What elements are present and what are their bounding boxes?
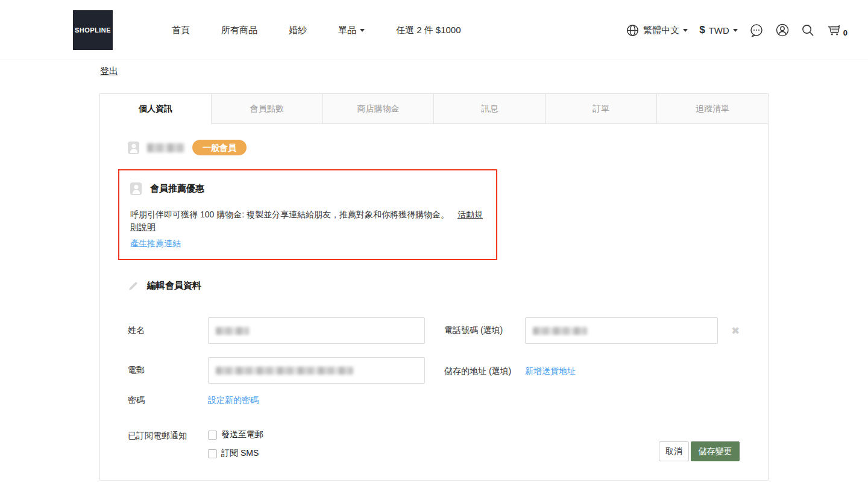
nav-bundle-offer[interactable]: 任選 2 件 $1000: [396, 25, 461, 36]
nav-home[interactable]: 首頁: [172, 25, 190, 36]
globe-icon: [625, 23, 640, 37]
name-label: 姓名: [128, 325, 208, 336]
phone-row: 電話號碼 (選填) ✖: [444, 317, 740, 344]
nav-bundle-offer-label: 任選 2 件 $1000: [396, 25, 461, 36]
member-icon: [128, 142, 139, 154]
cancel-button[interactable]: 取消: [659, 441, 689, 461]
nav-all-products-label: 所有商品: [221, 25, 257, 36]
email-value-redacted: [216, 367, 353, 375]
member-summary-row: 一般會員: [128, 139, 740, 157]
cart-button[interactable]: 0: [827, 23, 848, 37]
phone-label: 電話號碼 (選填): [444, 325, 525, 336]
sms-notify-checkbox[interactable]: [208, 449, 217, 458]
phone-value-redacted: [533, 327, 587, 335]
nav-all-products[interactable]: 所有商品: [221, 25, 257, 36]
member-panel: 個人資訊 會員點數 商店購物金 訊息 訂單 追蹤清單 一般會員 會員推薦優惠: [99, 93, 769, 481]
phone-input[interactable]: [525, 317, 718, 344]
edit-section-title: 編輯會員資料: [147, 280, 201, 291]
name-input[interactable]: [208, 317, 425, 344]
notifications-row: 已訂閱電郵通知 發送至電郵 訂閱 SMS: [128, 429, 263, 467]
form-actions: 取消 儲存變更: [659, 441, 740, 461]
messenger-icon[interactable]: [749, 23, 764, 37]
currency-selector[interactable]: $ TWD: [699, 24, 738, 36]
nav-home-label: 首頁: [172, 25, 190, 36]
referral-description: 呼朋引伴即可獲得 100 購物金: 複製並分享連結給朋友，推薦對象和你將獲得購物…: [130, 208, 485, 234]
logo-text: SHOPLINE: [75, 26, 111, 34]
site-header: SHOPLINE 首頁 所有商品 婚紗 單品 任選 2 件 $1000: [0, 0, 868, 60]
member-page: 登出 個人資訊 會員點數 商店購物金 訊息 訂單 追蹤清單 一般會員 會員推薦優…: [99, 60, 769, 481]
password-label: 密碼: [128, 395, 208, 406]
personal-info-content: 一般會員 會員推薦優惠 呼朋引伴即可獲得 100 購物金: 複製並分享連結給朋友…: [100, 124, 768, 469]
currency-label: TWD: [709, 25, 729, 36]
shopline-logo[interactable]: SHOPLINE: [73, 10, 113, 50]
tab-orders[interactable]: 訂單: [546, 94, 657, 124]
name-value-redacted: [216, 327, 249, 335]
cart-count-badge: 0: [843, 28, 848, 37]
cart-icon: [827, 23, 841, 37]
tab-store-credit[interactable]: 商店購物金: [323, 94, 435, 124]
tab-messages[interactable]: 訊息: [434, 94, 546, 124]
email-notify-checkbox[interactable]: [208, 431, 217, 440]
chevron-down-icon: [360, 29, 365, 32]
nav-wedding-dress-label: 婚紗: [289, 25, 307, 36]
referral-offer-box: 會員推薦優惠 呼朋引伴即可獲得 100 購物金: 複製並分享連結給朋友，推薦對象…: [118, 169, 497, 260]
account-icon[interactable]: [775, 23, 790, 37]
email-notify-label: 發送至電郵: [221, 429, 263, 440]
address-label: 儲存的地址 (選填): [444, 366, 525, 377]
pencil-icon: [128, 281, 139, 291]
member-form: 姓名 電話號碼 (選填) ✖ 電郵: [128, 306, 740, 469]
nav-single-item-label: 單品: [338, 25, 356, 36]
member-tabs: 個人資訊 會員點數 商店購物金 訊息 訂單 追蹤清單: [100, 94, 768, 124]
member-tier-badge: 一般會員: [192, 140, 247, 156]
sms-notify-option[interactable]: 訂閱 SMS: [208, 448, 263, 459]
set-new-password-link[interactable]: 設定新的密碼: [208, 395, 259, 406]
clear-phone-icon[interactable]: ✖: [731, 326, 740, 336]
tab-personal-info[interactable]: 個人資訊: [100, 94, 212, 124]
tab-member-points[interactable]: 會員點數: [212, 94, 323, 124]
tab-wishlist[interactable]: 追蹤清單: [657, 94, 768, 124]
email-label: 電郵: [128, 365, 208, 376]
address-row: 儲存的地址 (選填) 新增送貨地址: [444, 366, 576, 377]
sms-notify-label: 訂閱 SMS: [221, 448, 259, 459]
logout-link[interactable]: 登出: [100, 66, 118, 77]
language-selector[interactable]: 繁體中文: [625, 23, 688, 37]
main-nav: 首頁 所有商品 婚紗 單品 任選 2 件 $1000: [172, 0, 461, 60]
email-input[interactable]: [208, 357, 425, 384]
header-actions: 繁體中文 $ TWD: [625, 0, 848, 60]
referral-title: 會員推薦優惠: [150, 183, 204, 195]
password-row: 密碼 設定新的密碼: [128, 395, 259, 406]
name-row: 姓名: [128, 317, 425, 344]
member-name-redacted: [147, 143, 184, 152]
referral-member-icon: [130, 182, 142, 195]
nav-single-item[interactable]: 單品: [338, 25, 365, 36]
notifications-label: 已訂閱電郵通知: [128, 429, 208, 441]
chevron-down-icon: [683, 29, 688, 32]
referral-title-row: 會員推薦優惠: [130, 182, 485, 195]
email-row: 電郵: [128, 357, 425, 384]
add-shipping-address-link[interactable]: 新增送貨地址: [525, 366, 576, 377]
search-icon[interactable]: [801, 23, 816, 37]
save-changes-button[interactable]: 儲存變更: [691, 441, 740, 461]
generate-referral-link[interactable]: 產生推薦連結: [130, 238, 181, 249]
nav-wedding-dress[interactable]: 婚紗: [289, 25, 307, 36]
language-label: 繁體中文: [643, 25, 679, 36]
notification-options: 發送至電郵 訂閱 SMS: [208, 429, 263, 467]
referral-description-text: 呼朋引伴即可獲得 100 購物金: 複製並分享連結給朋友，推薦對象和你將獲得購物…: [130, 210, 449, 219]
email-notify-option[interactable]: 發送至電郵: [208, 429, 263, 440]
chevron-down-icon: [733, 29, 738, 32]
dollar-icon: $: [699, 24, 705, 36]
edit-section-header: 編輯會員資料: [128, 280, 740, 291]
